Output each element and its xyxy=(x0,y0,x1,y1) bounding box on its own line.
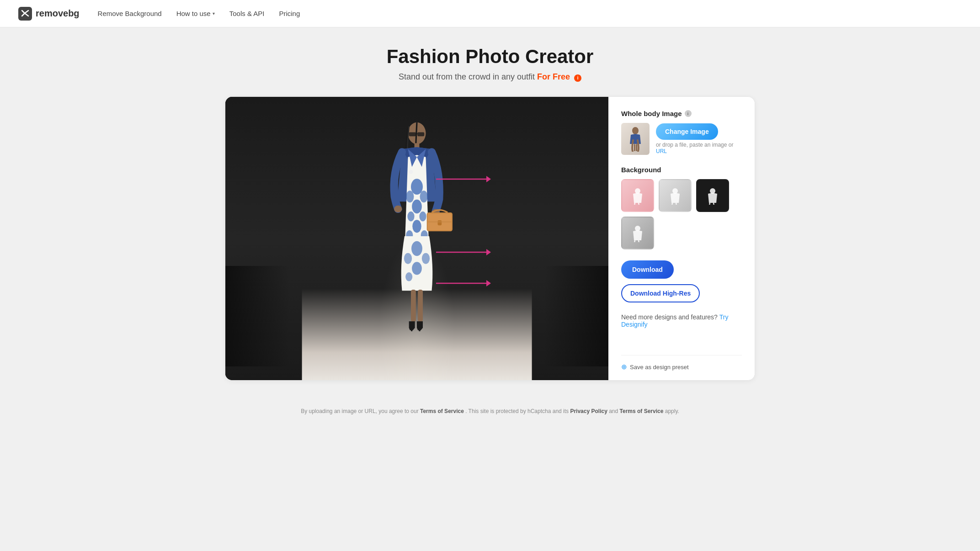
svg-rect-3 xyxy=(417,132,424,137)
svg-point-26 xyxy=(405,272,412,281)
svg-rect-27 xyxy=(411,290,416,322)
svg-marker-32 xyxy=(486,176,491,182)
svg-marker-34 xyxy=(486,280,491,286)
chevron-down-icon: ▾ xyxy=(213,11,215,16)
svg-point-15 xyxy=(409,170,413,174)
nav-link-pricing[interactable]: Pricing xyxy=(279,10,300,17)
image-thumb xyxy=(621,123,650,155)
svg-rect-20 xyxy=(438,220,442,225)
nav-link-remove-background[interactable]: Remove Background xyxy=(98,10,162,17)
whole-body-title: Whole body Image i xyxy=(621,110,742,117)
main-content: Fashion Photo Creator Stand out from the… xyxy=(216,27,764,399)
editor-card: Whole body Image i xyxy=(225,96,755,381)
svg-point-6 xyxy=(411,179,423,195)
logo-icon xyxy=(18,7,32,21)
save-preset-icon: ⊕ xyxy=(621,363,627,371)
svg-rect-39 xyxy=(636,144,637,151)
change-image-button[interactable]: Change Image xyxy=(656,123,718,140)
svg-point-37 xyxy=(632,127,639,134)
svg-rect-30 xyxy=(419,325,420,331)
svg-point-16 xyxy=(394,206,402,212)
bg-person-gray-icon xyxy=(666,186,684,205)
background-section: Background xyxy=(621,166,742,249)
spacer xyxy=(621,339,742,344)
svg-rect-29 xyxy=(411,325,412,331)
bg-thumb-dark[interactable] xyxy=(696,179,729,212)
download-hires-button[interactable]: Download High-Res xyxy=(621,284,700,302)
navbar: removebg Remove Background How to use ▾ … xyxy=(0,0,980,27)
bg-person-hallway-icon xyxy=(628,224,647,242)
bg-thumb-pink[interactable] xyxy=(621,179,654,212)
footer-terms-link[interactable]: Terms of Service xyxy=(420,408,464,414)
thumb-figure-icon xyxy=(626,127,644,152)
annotation-arrow-2 xyxy=(436,276,491,290)
svg-point-7 xyxy=(406,191,414,202)
thumb-person xyxy=(621,123,650,155)
bg-person-dark-icon xyxy=(703,186,722,205)
nav-menu: Remove Background How to use ▾ Tools & A… xyxy=(98,10,300,18)
drop-hint-text: or drop a file, paste an image or URL xyxy=(656,142,742,154)
background-thumbnails xyxy=(621,179,742,249)
whole-body-info-icon[interactable]: i xyxy=(685,110,692,117)
svg-point-23 xyxy=(404,253,412,264)
footer-privacy-link[interactable]: Privacy Policy xyxy=(570,408,607,414)
site-logo[interactable]: removebg xyxy=(18,7,80,21)
svg-point-8 xyxy=(420,191,428,202)
bg-thumb-hallway[interactable] xyxy=(621,217,654,249)
svg-point-10 xyxy=(407,212,414,222)
nav-item-how-to-use[interactable]: How to use ▾ xyxy=(176,10,215,17)
image-preview xyxy=(225,97,608,380)
page-header: Fashion Photo Creator Stand out from the… xyxy=(225,46,755,82)
svg-rect-38 xyxy=(634,144,635,151)
svg-line-47 xyxy=(709,203,710,205)
designify-promo: Need more designs and features? Try Desi… xyxy=(621,313,742,328)
bg-person-pink-icon xyxy=(628,186,647,205)
save-preset[interactable]: ⊕ Save as design preset xyxy=(621,355,742,371)
svg-line-44 xyxy=(672,203,672,205)
nav-item-remove-background[interactable]: Remove Background xyxy=(98,10,162,18)
footer-terms-link-2[interactable]: Terms of Service xyxy=(620,408,664,414)
svg-line-45 xyxy=(676,203,676,205)
info-icon[interactable]: i xyxy=(574,74,581,82)
svg-line-42 xyxy=(639,203,639,205)
svg-point-22 xyxy=(411,241,422,256)
fashion-figure xyxy=(344,117,490,355)
svg-rect-2 xyxy=(409,132,416,137)
svg-point-9 xyxy=(412,200,422,213)
nav-item-tools-api[interactable]: Tools & API xyxy=(229,10,265,18)
controls-panel: Whole body Image i xyxy=(608,97,755,380)
url-link[interactable]: URL xyxy=(656,148,667,154)
download-button[interactable]: Download xyxy=(621,260,674,279)
whole-body-section: Whole body Image i xyxy=(621,110,742,155)
page-subtitle: Stand out from the crowd in any outfit F… xyxy=(225,72,755,82)
runway-container xyxy=(225,97,608,380)
svg-line-50 xyxy=(634,240,635,242)
free-badge: For Free xyxy=(537,72,570,81)
svg-rect-28 xyxy=(418,290,423,322)
nav-link-tools-api[interactable]: Tools & API xyxy=(229,10,265,17)
svg-line-48 xyxy=(714,203,714,205)
download-section: Download Download High-Res xyxy=(621,260,742,302)
site-footer: By uploading an image or URL, you agree … xyxy=(0,399,980,424)
svg-line-41 xyxy=(634,203,635,205)
svg-point-25 xyxy=(412,262,422,275)
page-title: Fashion Photo Creator xyxy=(225,46,755,68)
audience-left xyxy=(225,266,289,366)
upload-area: Change Image or drop a file, paste an im… xyxy=(621,123,742,155)
annotation-arrow-1 xyxy=(436,172,491,186)
audience-right xyxy=(544,266,608,366)
svg-point-11 xyxy=(419,212,426,222)
nav-item-pricing[interactable]: Pricing xyxy=(279,10,300,18)
bg-thumb-gray[interactable] xyxy=(659,179,692,212)
svg-marker-36 xyxy=(486,249,491,255)
background-title: Background xyxy=(621,166,742,174)
svg-point-12 xyxy=(412,220,421,233)
svg-line-51 xyxy=(639,240,639,242)
nav-dropdown-how-to-use[interactable]: How to use ▾ xyxy=(176,10,215,17)
svg-point-24 xyxy=(422,253,430,264)
upload-actions: Change Image or drop a file, paste an im… xyxy=(656,123,742,154)
logo-text: removebg xyxy=(36,8,80,19)
annotation-arrow-3 xyxy=(436,245,491,259)
